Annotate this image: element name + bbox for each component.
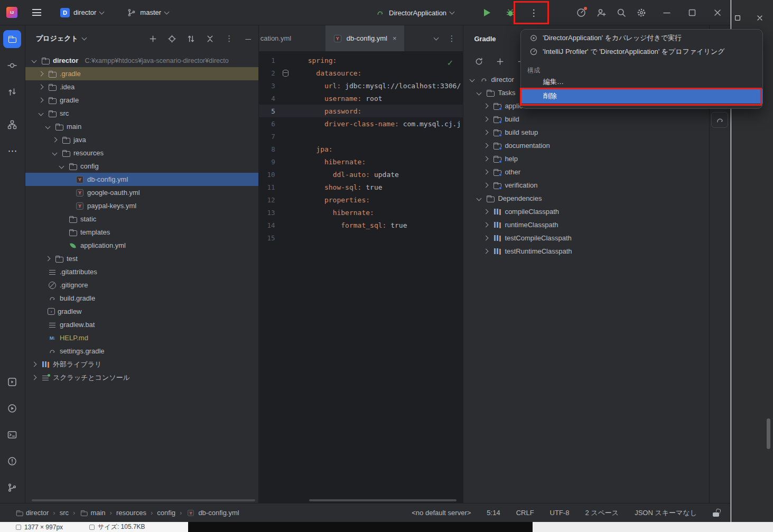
menu-item-edit[interactable]: 編集… xyxy=(521,74,762,89)
add-button[interactable] xyxy=(148,34,158,43)
tab-application-yml[interactable]: cation.yml xyxy=(259,25,325,51)
project-tree-item-main[interactable]: main xyxy=(25,120,258,133)
maximize-button[interactable] xyxy=(687,7,697,18)
editor-line-1[interactable]: 1spring: xyxy=(259,54,463,67)
chevron-collapsed-icon[interactable] xyxy=(36,70,45,78)
code-editor[interactable]: ✓ 1spring:2 datasource:3 url: jdbc:mysql… xyxy=(259,52,463,503)
collapse-all-button[interactable] xyxy=(206,34,215,43)
gradle-tree-item-help[interactable]: help xyxy=(463,152,709,165)
caret-position-widget[interactable]: 5:14 xyxy=(487,509,500,517)
chevron-collapsed-icon[interactable] xyxy=(481,128,490,137)
project-tree-item-google-oauth.yml[interactable]: Ygoogle-oauth.yml xyxy=(25,186,258,199)
breadcrumb-main[interactable]: main xyxy=(79,509,105,517)
project-tree-item-src[interactable]: src xyxy=(25,107,258,120)
panel-options-button[interactable]: ⋮ xyxy=(225,34,234,43)
gradle-tree-item-documentation[interactable]: documentation xyxy=(463,139,709,152)
chevron-expanded-icon[interactable] xyxy=(43,123,52,131)
chevron-expanded-icon[interactable] xyxy=(474,89,483,97)
breadcrumb-director[interactable]: director xyxy=(15,509,49,517)
editor-line-7[interactable]: 7 xyxy=(259,130,463,143)
indent-widget[interactable]: 2 スペース xyxy=(585,508,619,518)
settings-button[interactable] xyxy=(636,7,647,18)
chevron-collapsed-icon[interactable] xyxy=(481,234,490,242)
project-tree-item-gradlew.bat[interactable]: gradlew.bat xyxy=(25,318,258,331)
project-tree-item-.idea[interactable]: .idea xyxy=(25,80,258,94)
editor-options-icon[interactable]: ⋮ xyxy=(448,34,455,42)
chevron-collapsed-icon[interactable] xyxy=(30,374,38,382)
run-config-widget[interactable]: DirectorApplication xyxy=(370,5,473,21)
breadcrumb-db-config.yml[interactable]: Ydb-config.yml xyxy=(186,509,239,517)
outer-close-button[interactable] xyxy=(756,14,764,24)
menu-item-run-with-coverage[interactable]: 'DirectorApplication' をカバレッジ付きで実行 xyxy=(521,31,762,45)
project-tree-item-.gradle[interactable]: .gradle xyxy=(25,67,258,80)
editor-line-3[interactable]: 3 url: jdbc:mysql://localhost:3306/ xyxy=(259,79,463,92)
run-toolwindow-button[interactable] xyxy=(3,399,21,417)
project-tree-item-application.yml[interactable]: application.yml xyxy=(25,239,258,252)
gradle-tree-item-other[interactable]: other xyxy=(463,165,709,179)
hide-panel-button[interactable]: ─ xyxy=(244,34,253,43)
run-button[interactable] xyxy=(478,4,496,22)
gradle-tree-item-dependencies[interactable]: Dependencies xyxy=(463,192,709,205)
editor-line-5[interactable]: 5 password: xyxy=(259,105,463,117)
chevron-collapsed-icon[interactable] xyxy=(36,83,45,91)
gradle-tree-item-testcompileclasspath[interactable]: testCompileClasspath xyxy=(463,231,709,245)
project-tree-item-resources[interactable]: resources xyxy=(25,146,258,160)
editor-line-6[interactable]: 6 driver-class-name: com.mysql.cj.j xyxy=(259,117,463,130)
chevron-collapsed-icon[interactable] xyxy=(481,221,490,229)
chevron-down-icon[interactable] xyxy=(81,35,87,41)
terminal-toolwindow-button[interactable] xyxy=(3,426,21,444)
project-tree-item-paypal-keys.yml[interactable]: Ypaypal-keys.yml xyxy=(25,199,258,212)
gradle-attach-button[interactable] xyxy=(495,57,505,66)
project-tree-item-static[interactable]: static xyxy=(25,212,258,226)
chevron-collapsed-icon[interactable] xyxy=(481,142,490,150)
project-tree-item-.gitignore[interactable]: .gitignore xyxy=(25,278,258,292)
sort-button[interactable] xyxy=(187,34,196,43)
outer-scrollbar-thumb[interactable] xyxy=(767,418,770,449)
project-tree-item-スクラッチとコンソール[interactable]: スクラッチとコンソール xyxy=(25,371,258,384)
more-toolwindows-button[interactable]: ⋯ xyxy=(3,142,21,160)
editor-line-14[interactable]: 14 format_sql: true xyxy=(259,219,463,231)
main-menu-button[interactable] xyxy=(31,7,42,18)
gradle-refresh-button[interactable] xyxy=(474,57,483,66)
gradle-tree-item-build[interactable]: build xyxy=(463,113,709,126)
gradle-tree-item-runtimeclasspath[interactable]: runtimeClasspath xyxy=(463,218,709,231)
unlocked-icon[interactable] xyxy=(713,509,720,517)
chevron-expanded-icon[interactable] xyxy=(468,76,476,84)
project-tree-item-java[interactable]: java xyxy=(25,133,258,146)
editor-line-15[interactable]: 15 xyxy=(259,231,463,244)
database-icon[interactable] xyxy=(283,70,288,77)
editor-line-12[interactable]: 12 properties: xyxy=(259,193,463,206)
chevron-expanded-icon[interactable] xyxy=(474,194,483,203)
gradle-tree-item-verification[interactable]: verification xyxy=(463,179,709,192)
gradle-tree-item-testruntimeclasspath[interactable]: testRuntimeClasspath xyxy=(463,245,709,258)
editor-line-10[interactable]: 10 ddl-auto: update xyxy=(259,168,463,181)
project-tree-item-.gitattributes[interactable]: .gitattributes xyxy=(25,265,258,278)
chevron-collapsed-icon[interactable] xyxy=(43,255,52,263)
tab-db-config-yml[interactable]: Y db-config.yml × xyxy=(325,25,404,51)
services-toolwindow-button[interactable] xyxy=(3,373,21,391)
chevron-collapsed-icon[interactable] xyxy=(36,96,45,105)
project-tree-item-settings.gradle[interactable]: settings.gradle xyxy=(25,344,258,358)
editor-line-4[interactable]: 4 username: root xyxy=(259,92,463,105)
breadcrumb-config[interactable]: config xyxy=(157,509,175,517)
default-server-widget[interactable]: <no default server> xyxy=(412,509,471,517)
project-tree-item-test[interactable]: test xyxy=(25,252,258,265)
editor-line-13[interactable]: 13 hibernate: xyxy=(259,206,463,219)
project-tree-item-help.md[interactable]: M↓HELP.md xyxy=(25,331,258,344)
chevron-collapsed-icon[interactable] xyxy=(30,360,38,369)
project-tree-item-director[interactable]: directorC:¥xampp¥htdocs¥java-scenario-di… xyxy=(25,54,258,67)
chevron-collapsed-icon[interactable] xyxy=(481,115,490,124)
search-everywhere-button[interactable] xyxy=(616,7,627,18)
profiler-button[interactable] xyxy=(576,7,586,18)
encoding-widget[interactable]: UTF-8 xyxy=(550,509,570,517)
editor-line-11[interactable]: 11 show-sql: true xyxy=(259,181,463,193)
tab-list-chevron-icon[interactable] xyxy=(434,35,439,40)
commit-toolwindow-button[interactable] xyxy=(3,57,21,74)
locate-file-button[interactable] xyxy=(167,34,177,43)
chevron-collapsed-icon[interactable] xyxy=(481,181,490,190)
chevron-collapsed-icon[interactable] xyxy=(50,136,59,144)
editor-line-2[interactable]: 2 datasource: xyxy=(259,67,463,79)
pull-requests-toolwindow-button[interactable] xyxy=(3,83,21,101)
chevron-expanded-icon[interactable] xyxy=(36,109,45,118)
structure-toolwindow-button[interactable] xyxy=(3,116,21,134)
